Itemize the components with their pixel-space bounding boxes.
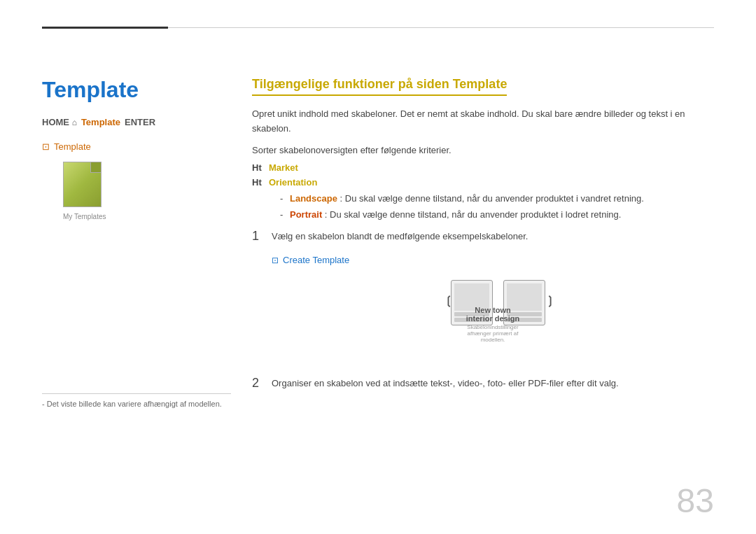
filter-market-value: Market: [269, 162, 298, 173]
right-panel: Tilgængelige funktioner på siden Templat…: [252, 42, 714, 492]
sub-item-landscape: - Landscape : Du skal vælge denne tilsta…: [280, 192, 714, 206]
section-title: Tilgængelige funktioner på siden Templat…: [252, 77, 507, 96]
create-template-label: Create Template: [283, 255, 349, 265]
template-item-label: Template: [54, 141, 91, 152]
breadcrumb-enter: ENTER: [125, 117, 155, 127]
keyword-landscape: Landscape: [290, 193, 337, 204]
sub-item-portrait-text: : Du skal vælge denne tilstand, når du a…: [325, 209, 621, 220]
arrow-right-icon: ❳: [545, 294, 554, 307]
template-thumbnail: [63, 162, 102, 207]
breadcrumb: HOME ⌂ Template ENTER: [42, 117, 238, 127]
preview-town: New town: [461, 306, 524, 314]
sub-item-landscape-text: : Du skal vælge denne tilstand, når du a…: [340, 193, 644, 204]
sub-item-portrait: - Portrait : Du skal vælge denne tilstan…: [280, 208, 714, 222]
template-preview-area: ❲ ❳ New town inte: [272, 276, 714, 332]
filter-orientation-value: Orientation: [269, 177, 317, 188]
home-icon: ⌂: [72, 118, 77, 127]
left-note: - Det viste billede kan variere afhængig…: [42, 400, 222, 408]
left-divider: [42, 393, 231, 394]
filter-market: Ht Market: [252, 162, 714, 173]
left-panel: Template HOME ⌂ Template ENTER ⊡ Templat…: [42, 42, 238, 492]
create-template-link[interactable]: ⊡ Create Template: [272, 255, 714, 265]
sort-text: Sorter skabelonoversigten efter følgende…: [252, 145, 714, 155]
filter-ht-label-2: Ht: [252, 177, 263, 188]
step-1-number: 1: [252, 229, 263, 244]
my-templates-label: My Templates: [63, 213, 238, 220]
template-nav-item[interactable]: ⊡ Template: [42, 141, 238, 152]
preview-text-block: New town interior design Skabelonindstil…: [461, 306, 524, 343]
description-text: Opret unikt indhold med skabeloner. Det …: [252, 107, 714, 136]
breadcrumb-current[interactable]: Template: [81, 117, 120, 127]
filter-ht-label-1: Ht: [252, 162, 263, 173]
create-template-icon: ⊡: [272, 255, 279, 265]
breadcrumb-home: HOME ⌂: [42, 117, 77, 127]
step-2: 2 Organiser en skabelon ved at indsætte …: [252, 374, 714, 391]
page-title: Template: [42, 77, 238, 103]
top-line-dark: [42, 27, 168, 29]
preview-design: interior design: [461, 314, 524, 323]
step-1: 1 Vælg en skabelon blandt de medfølgende…: [252, 227, 714, 244]
keyword-portrait: Portrait: [290, 209, 322, 220]
preview-small: Skabelonindstillinger afhænger primært a…: [461, 324, 524, 343]
template-item-icon: ⊡: [42, 141, 50, 152]
template-thumbnail-container: [63, 162, 238, 207]
step-1-text: Vælg en skabelon blandt de medfølgende e…: [272, 227, 528, 244]
orientation-sub-items: - Landscape : Du skal vælge denne tilsta…: [280, 192, 714, 222]
top-decorative-lines: [42, 27, 714, 29]
preview-mockup: ❲ ❳ New town inte: [430, 280, 556, 329]
top-line-light: [168, 27, 714, 28]
step-2-number: 2: [252, 376, 263, 391]
page-number: 83: [677, 482, 714, 520]
filter-orientation: Ht Orientation: [252, 177, 714, 188]
step-2-text: Organiser en skabelon ved at indsætte te…: [272, 374, 619, 391]
